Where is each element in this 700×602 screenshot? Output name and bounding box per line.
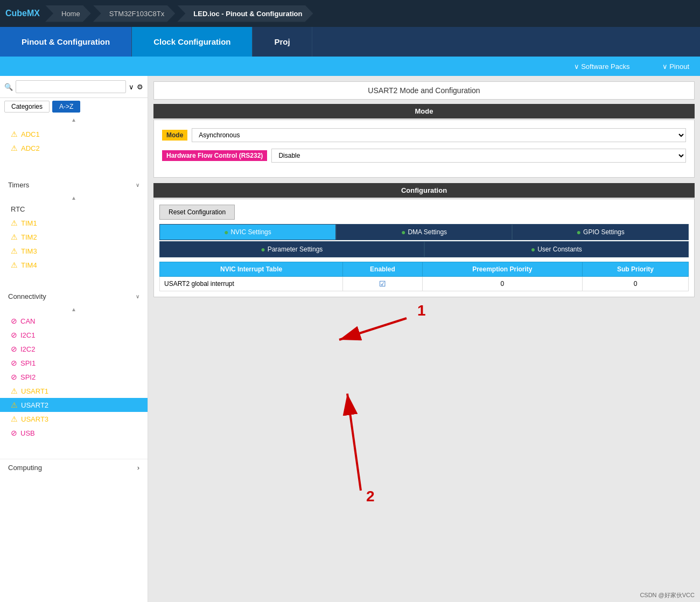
hw-flow-label-box: Hardware Flow Control (RS232) — [162, 150, 267, 161]
mode-panel: Mode Asynchronous Hardware Flow Control … — [153, 120, 695, 178]
user-const-dot-icon: ● — [531, 245, 535, 254]
timers-header[interactable]: Timers ∨ — [0, 177, 148, 193]
sidebar-item-spi2[interactable]: ⊘ SPI2 — [0, 370, 148, 384]
tab-bar: Pinout & Configuration Clock Configurati… — [0, 27, 700, 57]
i2c1-label: I2C1 — [20, 331, 35, 339]
breadcrumb-current[interactable]: LED.ioc - Pinout & Configuration — [177, 5, 313, 22]
user-constants-label: User Constants — [537, 246, 582, 253]
sidebar-item-i2c1[interactable]: ⊘ I2C1 — [0, 328, 148, 342]
dropdown-arrow-icon[interactable]: ∨ — [129, 83, 134, 91]
search-icon: 🔍 — [4, 83, 13, 91]
pinout-btn[interactable]: ∨ Pinout — [662, 62, 689, 71]
main-layout: 🔍 ∨ ⚙ Categories A->Z ▲ ⚠ ADC1 ⚠ ADC2 — [0, 76, 700, 602]
mode-label-box: Mode — [162, 130, 187, 141]
warn-icon-tim3: ⚠ — [11, 247, 18, 255]
sub-priority-cell: 0 — [583, 277, 689, 291]
enabled-cell[interactable]: ☑ — [343, 277, 423, 291]
sidebar-item-usart2[interactable]: ⚠ USART2 — [0, 398, 148, 412]
checkbox-icon[interactable]: ☑ — [379, 279, 386, 288]
tab-pinout[interactable]: Pinout & Configuration — [0, 27, 132, 57]
warn-icon-tim1: ⚠ — [11, 219, 18, 227]
breadcrumb-mcu[interactable]: STM32F103C8Tx — [93, 5, 176, 22]
annotation-arrows: 1 2 — [175, 286, 525, 528]
dma-settings-label: DMA Settings — [408, 228, 447, 236]
sidebar-item-usart3[interactable]: ⚠ USART3 — [0, 412, 148, 426]
disabled-icon-i2c1: ⊘ — [11, 331, 17, 339]
mode-section-header: Mode — [153, 104, 695, 118]
usart2-label: USART2 — [21, 401, 48, 409]
sidebar-item-tim4[interactable]: ⚠ TIM4 — [0, 258, 148, 272]
warn-icon-usart3: ⚠ — [11, 415, 18, 423]
tab-clock[interactable]: Clock Configuration — [132, 27, 253, 57]
sidebar-item-tim2[interactable]: ⚠ TIM2 — [0, 230, 148, 244]
mode-select[interactable]: Asynchronous — [192, 128, 686, 142]
warn-icon-adc1: ⚠ — [11, 130, 18, 138]
preemption-cell: 0 — [422, 277, 582, 291]
timers-label: Timers — [8, 181, 29, 189]
hw-flow-row: Hardware Flow Control (RS232) Disable — [162, 149, 686, 163]
interrupt-name-cell: USART2 global interrupt — [160, 277, 343, 291]
rtc-label: RTC — [11, 205, 25, 213]
sidebar-item-adc2[interactable]: ⚠ ADC2 — [0, 141, 148, 155]
panel-title: USART2 Mode and Configuration — [153, 81, 695, 100]
parameter-settings-label: Parameter Settings — [268, 246, 323, 253]
settings-tabs-row1: ● NVIC Settings ● DMA Settings ● GPIO Se… — [159, 224, 689, 240]
mode-row: Mode Asynchronous — [162, 128, 686, 142]
nvic-col-enabled: Enabled — [343, 262, 423, 277]
spi1-label: SPI1 — [20, 359, 36, 367]
connectivity-collapse-icon: ∨ — [136, 293, 139, 299]
gpio-dot-icon: ● — [577, 228, 581, 236]
sidebar-item-usb[interactable]: ⊘ USB — [0, 426, 148, 440]
tim3-label: TIM3 — [21, 247, 37, 255]
warn-icon-usart2: ⚠ — [11, 401, 18, 409]
tab-user-constants[interactable]: ● User Constants — [424, 241, 689, 257]
sidebar-item-can[interactable]: ⊘ CAN — [0, 314, 148, 328]
breadcrumb-home[interactable]: Home — [45, 5, 91, 22]
config-panel: Reset Configuration ● NVIC Settings ● DM… — [153, 199, 695, 297]
sidebar-item-tim3[interactable]: ⚠ TIM3 — [0, 244, 148, 258]
brand-logo: CubeMX — [5, 9, 45, 18]
tab-parameter-settings[interactable]: ● Parameter Settings — [159, 241, 424, 257]
secondary-bar: ∨ Software Packs ∨ Pinout — [0, 57, 700, 76]
tim1-label: TIM1 — [21, 219, 37, 227]
sidebar-search-row: 🔍 ∨ ⚙ — [0, 76, 148, 98]
tab-gpio-settings[interactable]: ● GPIO Settings — [512, 224, 689, 240]
can-label: CAN — [20, 317, 35, 325]
sidebar-item-usart1[interactable]: ⚠ USART1 — [0, 384, 148, 398]
tim4-label: TIM4 — [21, 261, 37, 269]
gear-icon[interactable]: ⚙ — [137, 83, 143, 91]
connectivity-header[interactable]: Connectivity ∨ — [0, 288, 148, 305]
sidebar-item-rtc[interactable]: RTC — [0, 202, 148, 216]
svg-text:2: 2 — [366, 488, 375, 505]
sidebar-item-adc1[interactable]: ⚠ ADC1 — [0, 127, 148, 141]
search-input[interactable] — [16, 80, 126, 93]
tab-az-btn[interactable]: A->Z — [52, 101, 80, 113]
sidebar-item-tim1[interactable]: ⚠ TIM1 — [0, 216, 148, 230]
tab-nvic-settings[interactable]: ● NVIC Settings — [159, 224, 336, 240]
computing-label: Computing — [8, 464, 42, 472]
reset-config-button[interactable]: Reset Configuration — [159, 205, 235, 220]
svg-line-4 — [347, 394, 361, 491]
sidebar-computing-section[interactable]: Computing › — [0, 459, 148, 476]
sidebar-scroll-up[interactable]: ▲ — [0, 115, 148, 124]
svg-text:1: 1 — [417, 302, 426, 319]
top-nav: CubeMX Home STM32F103C8Tx LED.ioc - Pino… — [0, 0, 700, 27]
tab-dma-settings[interactable]: ● DMA Settings — [336, 224, 513, 240]
nvic-col-preemption: Preemption Priority — [422, 262, 582, 277]
tab-categories-btn[interactable]: Categories — [4, 101, 50, 113]
warn-icon-tim2: ⚠ — [11, 233, 18, 241]
config-section-header: Configuration — [153, 183, 695, 198]
connectivity-scroll-up[interactable]: ▲ — [0, 305, 148, 314]
tab-project[interactable]: Proj — [253, 27, 312, 57]
table-row: USART2 global interrupt ☑ 0 0 — [160, 277, 689, 291]
sidebar-item-i2c2[interactable]: ⊘ I2C2 — [0, 342, 148, 356]
usart1-label: USART1 — [21, 387, 48, 395]
disabled-icon-i2c2: ⊘ — [11, 345, 17, 353]
nvic-col-sub: Sub Priority — [583, 262, 689, 277]
nvic-col-interrupt: NVIC Interrupt Table — [160, 262, 343, 277]
sidebar-connectivity-section: Connectivity ∨ ▲ ⊘ CAN ⊘ I2C1 ⊘ I2C2 ⊘ S… — [0, 285, 148, 443]
software-packs-btn[interactable]: ∨ Software Packs — [574, 62, 630, 71]
timers-scroll-up[interactable]: ▲ — [0, 193, 148, 202]
sidebar-item-spi1[interactable]: ⊘ SPI1 — [0, 356, 148, 370]
hw-flow-select[interactable]: Disable — [271, 149, 686, 163]
